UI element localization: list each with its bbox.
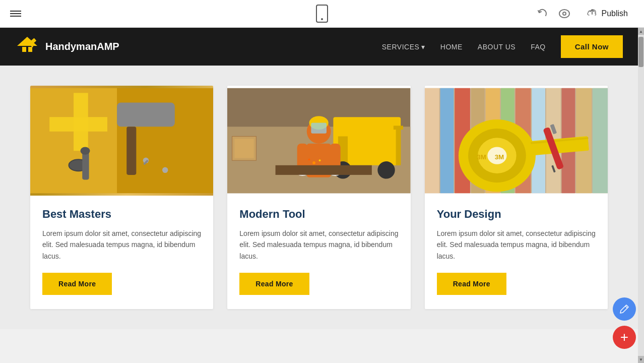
brand-logo-icon (15, 35, 39, 59)
svg-point-38 (319, 159, 321, 161)
plus-icon: + (620, 330, 628, 344)
nav-faq[interactable]: FAQ (531, 43, 546, 51)
card-title-1: Best Masters (42, 208, 201, 221)
fab-add-button[interactable]: + (613, 326, 636, 349)
card-your-design: 3M 3M Your Design Lorem ipsum dolor sit … (425, 86, 608, 309)
card-body-2: Modern Tool Lorem ipsum dolor sit amet, … (227, 196, 410, 309)
worker-image (227, 86, 410, 196)
brand-name: HandymanAMP (45, 41, 119, 52)
card-body-3: Your Design Lorem ipsum dolor sit amet, … (425, 196, 608, 309)
tape-image: 3M 3M (425, 86, 608, 196)
svg-rect-11 (74, 93, 88, 151)
fab-edit-button[interactable] (613, 297, 636, 321)
scrollbar-up-arrow[interactable]: ▲ (638, 28, 644, 35)
nav-services[interactable]: SERVICES ▾ (382, 43, 425, 51)
nav-about[interactable]: ABOUT US (478, 43, 516, 51)
card-image-2 (227, 86, 410, 196)
page-content[interactable]: HandymanAMP SERVICES ▾ HOME ABOUT US FAQ… (0, 28, 638, 363)
mobile-icon (316, 5, 328, 23)
page-wrapper: HandymanAMP SERVICES ▾ HOME ABOUT US FAQ… (0, 28, 644, 363)
main-content: Best Masters Lorem ipsum dolor sit amet,… (0, 66, 638, 329)
scrollbar-thumb[interactable] (638, 37, 643, 67)
card-text-2: Lorem ipsum dolor sit amet, consectetur … (239, 228, 398, 262)
read-more-button-2[interactable]: Read More (239, 273, 309, 295)
svg-rect-15 (82, 151, 89, 179)
svg-point-37 (313, 161, 316, 164)
edit-icon (619, 304, 629, 314)
call-now-button[interactable]: Call Now (561, 35, 623, 58)
brand-logo-area[interactable]: HandymanAMP (15, 35, 119, 59)
card-text-3: Lorem ipsum dolor sit amet, consectetur … (437, 228, 596, 262)
svg-rect-9 (30, 88, 117, 193)
cards-grid: Best Masters Lorem ipsum dolor sit amet,… (30, 86, 608, 309)
mobile-preview-button[interactable] (316, 5, 328, 23)
svg-rect-27 (394, 126, 403, 130)
card-image-3: 3M 3M (425, 86, 608, 196)
svg-rect-12 (117, 102, 175, 127)
card-title-2: Modern Tool (239, 208, 398, 221)
svg-rect-5 (28, 47, 32, 52)
nav-home[interactable]: HOME (440, 43, 463, 51)
mobile-dot (321, 18, 323, 20)
svg-rect-4 (22, 47, 26, 52)
svg-rect-54 (592, 88, 608, 193)
preview-eye-icon[interactable] (558, 9, 570, 19)
read-more-button-1[interactable]: Read More (42, 273, 112, 295)
svg-rect-36 (276, 165, 372, 175)
svg-text:3M: 3M (494, 153, 504, 161)
undo-icon[interactable] (537, 8, 548, 19)
tools-image-1 (30, 86, 213, 196)
svg-rect-30 (311, 123, 327, 134)
hamburger-menu[interactable] (10, 9, 21, 18)
cloud-upload-icon (587, 8, 598, 20)
card-title-3: Your Design (437, 208, 596, 221)
scrollbar-track: ▲ ▼ (638, 28, 644, 363)
svg-point-39 (308, 158, 310, 160)
svg-point-18 (162, 167, 168, 173)
toolbar: Publish (0, 0, 644, 28)
svg-rect-13 (126, 127, 136, 175)
svg-point-1 (563, 12, 566, 15)
scrollbar-down-arrow[interactable]: ▼ (638, 356, 644, 363)
card-modern-tool: Modern Tool Lorem ipsum dolor sit amet, … (227, 86, 410, 309)
svg-point-16 (80, 147, 90, 154)
publish-button[interactable]: Publish (581, 5, 634, 23)
svg-point-0 (559, 10, 569, 18)
card-text-1: Lorem ipsum dolor sit amet, consectetur … (42, 228, 201, 262)
nav-links: SERVICES ▾ HOME ABOUT US FAQ Call Now (382, 35, 623, 58)
svg-rect-44 (440, 88, 454, 193)
navbar: HandymanAMP SERVICES ▾ HOME ABOUT US FAQ… (0, 28, 638, 66)
toolbar-actions: Publish (537, 5, 634, 23)
svg-rect-43 (425, 88, 439, 193)
svg-text:3M: 3M (477, 153, 486, 161)
card-body-1: Best Masters Lorem ipsum dolor sit amet,… (30, 196, 213, 309)
card-best-masters: Best Masters Lorem ipsum dolor sit amet,… (30, 86, 213, 309)
svg-rect-2 (15, 45, 39, 59)
svg-rect-41 (235, 139, 254, 158)
dropdown-arrow-icon: ▾ (421, 43, 425, 51)
card-image-1 (30, 86, 213, 196)
svg-rect-26 (396, 127, 401, 165)
fab-container: + (613, 297, 636, 349)
svg-point-25 (378, 161, 395, 178)
read-more-button-3[interactable]: Read More (437, 273, 506, 295)
publish-label: Publish (602, 9, 628, 18)
svg-line-66 (625, 306, 627, 308)
